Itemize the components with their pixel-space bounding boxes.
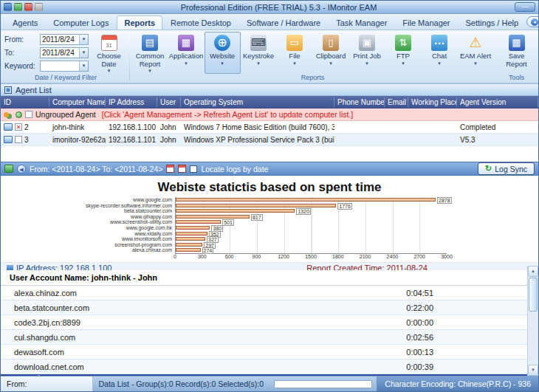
report-site: code3.2bj.cn:8899 — [14, 315, 80, 329]
to-date-dropdown-icon[interactable] — [79, 48, 88, 58]
tab-task-manager[interactable]: Task Manager — [329, 16, 394, 30]
ftp-button[interactable]: FTP — [385, 32, 422, 74]
filter-group-label: Date / Keyword Filter — [4, 74, 127, 83]
tab-software-hardware[interactable]: Software / Hardware — [239, 16, 328, 30]
agent-group-row[interactable]: Ungrouped Agent [Click 'Agent Management… — [1, 109, 538, 121]
column-header-operating-system[interactable]: Operating System — [181, 97, 334, 107]
column-header-user[interactable]: User — [157, 97, 181, 107]
column-header-id[interactable]: ID — [1, 97, 49, 107]
ribbon-tab-bar: AgentsComputer LogsReportsRemote Desktop… — [1, 14, 538, 30]
application-icon — [178, 35, 194, 51]
column-header-ip-address[interactable]: IP Address — [106, 97, 157, 107]
report-row-beta-statcounter-com[interactable]: beta.statcounter.com0:22:00 — [1, 300, 538, 315]
application-button[interactable]: Application — [168, 32, 205, 74]
tab-reports[interactable]: Reports — [117, 16, 162, 30]
report-header-row: IP Address: 192.168.1.100 Report Created… — [1, 263, 538, 270]
common-report-button[interactable]: Common Report — [132, 32, 168, 74]
from-date-field[interactable]: 2011/8/24 — [40, 34, 89, 45]
chat-button[interactable]: Chat — [422, 32, 458, 74]
agent-row-john-think[interactable]: ✕2john-think192.168.1.100JohnWindows 7 H… — [1, 121, 538, 134]
from-date-dropdown-icon[interactable] — [79, 35, 88, 44]
agent-checkbox[interactable] — [15, 136, 22, 143]
agent-row-imonitor-92e62a[interactable]: 3imonitor-92e62a192.168.1.101JohnWindows… — [1, 134, 538, 146]
tool-icon[interactable] — [35, 3, 43, 11]
locate-logs-checkbox[interactable] — [190, 165, 197, 173]
log-window-icon[interactable] — [4, 165, 13, 173]
keyword-field[interactable] — [40, 61, 89, 72]
report-row-cul-shangdu-com[interactable]: cul.shangdu.com0:02:56 — [1, 330, 538, 345]
app-window: Professional Edition (FREE TRIAL) 5.3 - … — [0, 0, 539, 392]
previous-day-icon[interactable] — [17, 165, 26, 173]
vertical-scrollbar[interactable]: ▲ ▼ — [527, 266, 538, 376]
chart-bar-row: 352 — [176, 231, 447, 237]
chart-bar[interactable] — [176, 204, 336, 207]
tab-agents[interactable]: Agents — [5, 16, 45, 30]
column-header-working-place[interactable]: Working Place — [408, 97, 457, 107]
chart-category-label: www.qihappy.com — [42, 214, 175, 220]
scroll-down-icon[interactable]: ▼ — [528, 365, 538, 376]
chart-bar[interactable] — [176, 232, 207, 235]
keyword-dropdown-icon[interactable] — [79, 61, 88, 71]
save-report-button[interactable]: Save Report — [498, 32, 535, 74]
date-range-text: From: <2011-08-24> To: <2011-08-24> — [30, 165, 162, 173]
report-row-download-cnet-com[interactable]: download.cnet.com0:00:39 — [1, 360, 538, 374]
print-job-button[interactable]: Print Job — [349, 32, 385, 74]
minimize-button[interactable] — [515, 2, 535, 12]
chart-bar[interactable] — [176, 226, 210, 230]
keyword-input[interactable] — [42, 61, 79, 71]
agent-checkbox[interactable]: ✕ — [15, 123, 22, 131]
report-row-code3-2bj-cn-8899[interactable]: code3.2bj.cn:88990:00:00 — [1, 315, 538, 330]
chart-bar[interactable] — [176, 248, 201, 252]
tab-file-manager[interactable]: File Manager — [395, 16, 457, 30]
chart-bar[interactable] — [176, 198, 436, 202]
from-calendar-icon[interactable] — [166, 165, 174, 173]
chart-x-tick: 1800 — [332, 254, 344, 259]
chart-bar[interactable] — [176, 215, 250, 219]
report-header-icon — [7, 265, 13, 270]
chart-bar[interactable] — [176, 209, 295, 213]
group-icon — [4, 112, 9, 117]
window-title: Professional Edition (FREE TRIAL) 5.3 - … — [43, 3, 515, 12]
start-monitor-icon[interactable] — [14, 3, 22, 11]
chart-x-tick: 1500 — [305, 254, 317, 259]
column-header-phone-number[interactable]: Phone Number — [334, 97, 385, 107]
chart-category-label: skype-recorder.software.informer.com — [42, 203, 175, 209]
column-header-agent-version[interactable]: Agent Version — [457, 97, 538, 107]
website-button[interactable]: Website — [205, 32, 241, 74]
report-row-dewasoft-com[interactable]: dewasoft.com0:00:13 — [1, 345, 538, 360]
clipboard-label: Clipboard — [316, 52, 346, 61]
keystroke-button[interactable]: Keystroke — [241, 32, 277, 74]
tab-remote-desktop[interactable]: Remote Desktop — [163, 16, 238, 30]
scroll-up-icon[interactable]: ▲ — [528, 266, 538, 277]
to-calendar-icon[interactable] — [178, 165, 186, 173]
group-checkbox[interactable] — [25, 111, 32, 118]
chart-bar[interactable] — [176, 237, 205, 241]
selected-report-row[interactable]: www.qinpo.com — [1, 374, 538, 376]
group-name: Ungrouped Agent — [35, 110, 96, 119]
report-row-alexa-chinaz-com[interactable]: alexa.chinaz.com0:04:51 — [1, 286, 538, 300]
chart-bar-row: 380 — [176, 225, 447, 231]
column-header-email[interactable]: Email — [385, 97, 408, 107]
to-date-field[interactable]: 2011/8/24 — [40, 47, 89, 58]
ftp-icon — [395, 35, 411, 51]
tab-computer-logs[interactable]: Computer Logs — [46, 16, 116, 30]
agent-id-cell: 3 — [1, 136, 49, 144]
chart-bar[interactable] — [176, 220, 221, 224]
chart-title: Webiste statictis based on spent time — [1, 176, 538, 195]
chart-bar[interactable] — [176, 243, 202, 247]
save-report-icon — [509, 35, 525, 51]
status-bar: From: Data List - Group(s):0 Record(s):0… — [1, 376, 538, 391]
clipboard-button[interactable]: Clipboard — [313, 32, 349, 74]
scrollbar-thumb[interactable] — [529, 278, 538, 312]
eam-alert-button[interactable]: EAM Alert — [458, 32, 494, 74]
agent-id: 2 — [24, 123, 29, 131]
choose-date-button[interactable]: Choose Date — [91, 32, 127, 74]
stop-monitor-icon[interactable] — [24, 3, 32, 11]
report-site: cul.shangdu.com — [14, 330, 75, 344]
tab-settings-help[interactable]: Settings / Help — [459, 16, 526, 30]
mini-button[interactable]: MINI — [526, 16, 539, 27]
file-button[interactable]: File — [277, 32, 313, 74]
column-header-computer-name[interactable]: Computer Name — [49, 97, 106, 107]
chart-x-tick: 2400 — [387, 254, 399, 259]
log-sync-button[interactable]: Log Sync — [478, 162, 535, 175]
